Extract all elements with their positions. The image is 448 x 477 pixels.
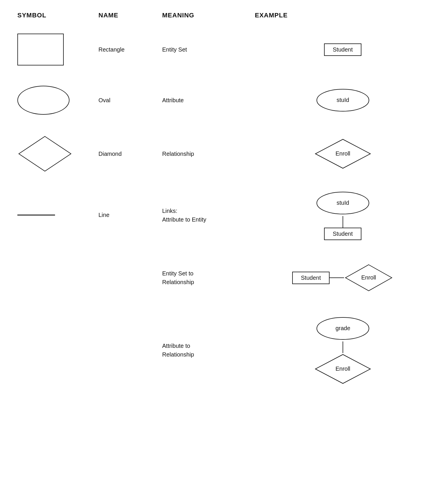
name-oval: Oval	[98, 97, 162, 104]
symbol-diamond	[17, 132, 98, 176]
name-diamond: Diamond	[98, 151, 162, 157]
stuid-oval-svg: stuId	[314, 190, 372, 216]
svg-text:stuId: stuId	[337, 97, 349, 103]
symbol-rectangle	[17, 31, 98, 68]
attr-rel-diagram: grade Enroll	[314, 315, 372, 385]
meaning-diamond: Relationship	[162, 149, 255, 158]
example-student-rect: Student	[324, 43, 361, 56]
name-rectangle: Rectangle	[98, 46, 162, 53]
page: SYMBOL NAME MEANING EXAMPLE Rectangle En…	[0, 0, 448, 408]
student-rect-entity-rel: Student	[292, 272, 330, 284]
meaning-rectangle: Entity Set	[162, 45, 255, 54]
example-line: stuId Student	[255, 190, 431, 240]
table-row: Diamond Relationship Enroll	[17, 132, 431, 176]
svg-text:stuId: stuId	[337, 200, 349, 206]
svg-text:Enroll: Enroll	[335, 365, 350, 372]
rectangle-shape	[17, 34, 64, 65]
line-shape	[17, 215, 55, 215]
table-row: Line Links: Attribute to Entity stuId St…	[17, 190, 431, 240]
enroll-diamond-attr-rel-svg: Enroll	[314, 353, 372, 385]
table-row: Attribute to Relationship grade Enroll	[17, 315, 431, 385]
meaning-attribute-relationship: Attribute to Relationship	[162, 341, 255, 359]
connector-line-svg	[342, 216, 343, 228]
example-stuid-oval-svg: stuId	[314, 87, 372, 113]
diamond-shape	[17, 135, 72, 173]
connector-line2-svg	[342, 341, 343, 353]
table-row: Entity Set to Relationship Student Enrol…	[17, 263, 431, 292]
example-diamond: Enroll	[255, 138, 431, 170]
example-attribute-relationship: grade Enroll	[255, 315, 431, 385]
student-rect-example: Student	[324, 228, 361, 240]
horiz-connector-svg	[330, 277, 344, 278]
example-enroll-diamond-svg: Enroll	[314, 138, 372, 170]
table-header: SYMBOL NAME MEANING EXAMPLE	[17, 12, 431, 22]
col-header-name: NAME	[98, 12, 162, 19]
col-header-meaning: MEANING	[162, 12, 255, 19]
svg-text:Enroll: Enroll	[335, 150, 350, 157]
meaning-entity-set-relationship: Entity Set to Relationship	[162, 269, 255, 286]
meaning-oval: Attribute	[162, 96, 255, 105]
example-rectangle: Student	[255, 43, 431, 56]
grade-oval-svg: grade	[314, 315, 372, 341]
example-entity-set-relationship: Student Enroll	[255, 263, 431, 292]
example-oval: stuId	[255, 87, 431, 113]
entity-rel-diagram: Student Enroll	[292, 263, 393, 292]
oval-shape	[17, 86, 70, 115]
col-header-example: EXAMPLE	[255, 12, 431, 19]
table-row: Rectangle Entity Set Student	[17, 31, 431, 68]
svg-marker-2	[19, 136, 71, 171]
attr-entity-diagram: stuId Student	[314, 190, 372, 240]
symbol-line	[17, 212, 98, 218]
symbol-oval	[17, 83, 98, 118]
name-line: Line	[98, 212, 162, 218]
svg-text:Enroll: Enroll	[361, 274, 376, 281]
meaning-line: Links: Attribute to Entity	[162, 206, 255, 224]
enroll-diamond-entity-rel-svg: Enroll	[344, 263, 393, 292]
svg-text:grade: grade	[335, 325, 350, 331]
col-header-symbol: SYMBOL	[17, 12, 98, 19]
table-row: Oval Attribute stuId	[17, 83, 431, 118]
